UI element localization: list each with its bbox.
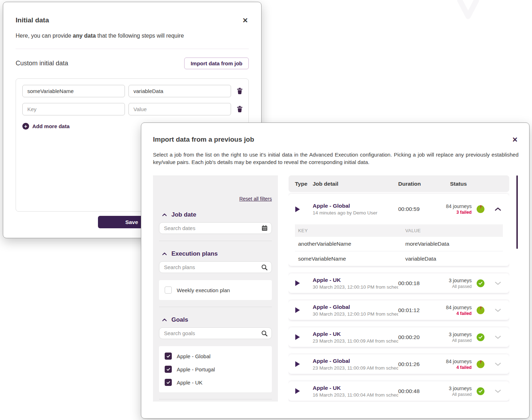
play-icon [295, 280, 313, 286]
job-duration: 00:01:26 [398, 361, 427, 367]
job-card[interactable]: Apple - UK 23 March 2023, 11:00:09 AM fr… [289, 327, 509, 347]
job-card[interactable]: Apple - UK 16 March 2023, 11:00:04 AM fr… [289, 381, 509, 401]
column-header-type: Type [295, 181, 313, 187]
play-icon [295, 361, 313, 367]
journeys-count: 3 journeys [427, 386, 472, 391]
key-field[interactable] [22, 103, 125, 115]
initial-modal-subtitle: Here, you can provide any data that the … [16, 33, 249, 39]
play-icon [295, 307, 313, 313]
column-header-status: Status [450, 181, 467, 187]
option-label: Weekly execution plan [177, 287, 230, 293]
chevron-down-icon[interactable] [494, 389, 501, 393]
check-icon [166, 368, 170, 371]
column-header-job-detail: Job detail [313, 181, 398, 187]
kv-key: someVariableName [298, 256, 405, 262]
job-meta: 30 March 2023, 12:00:10 PM from sched [313, 311, 398, 317]
job-meta: 16 March 2023, 11:00:04 AM from sched [313, 392, 398, 398]
import-modal-title: Import data from a previous job [153, 136, 254, 143]
chevron-up-icon[interactable] [494, 207, 501, 211]
import-data-from-job-button[interactable]: Import data from job [184, 58, 249, 69]
job-name: Apple - Global [313, 203, 398, 209]
filter-option: Apple - UK [165, 379, 266, 386]
result-badge: All passed [427, 338, 472, 343]
job-duration: 00:00:59 [398, 206, 427, 212]
filter-section-job-date[interactable]: Job date [162, 211, 272, 218]
pie-chart-icon [477, 306, 484, 314]
kv-key: anotherVariableName [298, 241, 405, 247]
initial-modal-header: Initial data ✕ [16, 2, 249, 24]
subtitle-prefix: Here, you can provide [16, 33, 73, 39]
import-modal-header: Import data from a previous job ✕ [153, 123, 519, 144]
check-circle-icon [477, 387, 484, 395]
chevron-up-icon [162, 252, 167, 255]
journeys-count: 3 journeys [427, 332, 472, 337]
chevron-up-icon [162, 213, 167, 216]
filter-section-label: Job date [171, 211, 196, 218]
divider [159, 241, 272, 241]
search-plans-input[interactable] [159, 261, 272, 273]
chevron-down-icon[interactable] [494, 309, 501, 312]
kv-row: anotherVariableName moreVariableData [295, 237, 503, 251]
data-row [22, 85, 243, 97]
chevron-down-icon[interactable] [494, 336, 501, 339]
search-dates-input[interactable] [159, 222, 272, 234]
result-badge: All passed [427, 392, 472, 397]
journeys-count: 84 journeys [427, 203, 472, 209]
close-icon[interactable]: ✕ [242, 16, 249, 24]
checkbox-checked[interactable] [165, 366, 172, 373]
job-meta: 23 March 2023, 11:00:09 AM from sched [313, 365, 398, 371]
checkbox-checked[interactable] [165, 379, 172, 386]
kv-value: variableData [405, 256, 436, 262]
watermark-logo-icon [457, 0, 479, 21]
result-badge: 4 failed [427, 365, 472, 370]
initial-data-table: KEY VALUE anotherVariableName moreVariab… [295, 224, 503, 266]
reset-all-filters-link[interactable]: Reset all filters [239, 196, 272, 202]
calendar-icon[interactable] [262, 225, 268, 231]
filter-section-execution-plans[interactable]: Execution plans [162, 250, 272, 257]
filter-section-goals[interactable]: Goals [162, 316, 272, 323]
data-row [22, 103, 243, 115]
job-card[interactable]: Apple - UK 30 March 2023, 12:00:10 PM fr… [289, 273, 509, 293]
key-field[interactable] [22, 85, 125, 97]
job-meta: 30 March 2023, 12:00:10 PM from sched [313, 284, 398, 290]
scrollbar-thumb[interactable] [516, 175, 518, 249]
option-label: Apple - UK [177, 380, 203, 386]
job-card[interactable]: Apple - Global 14 minutes ago by Demo Us… [289, 194, 509, 266]
delete-row-button[interactable] [237, 88, 243, 94]
close-icon[interactable]: ✕ [511, 136, 519, 144]
checkbox-checked[interactable] [165, 353, 172, 360]
checkbox-unchecked[interactable] [165, 287, 172, 294]
chevron-down-icon[interactable] [494, 282, 501, 285]
value-field[interactable] [128, 85, 231, 97]
divider [159, 399, 272, 399]
filter-section-label: Execution plans [171, 250, 218, 257]
subtitle-bold: any data [73, 33, 96, 39]
play-icon [295, 388, 313, 394]
job-card[interactable]: Apple - Global 23 March 2023, 11:00:09 A… [289, 354, 509, 374]
job-list: Type Job detail Duration Status Apple - … [289, 175, 509, 402]
journeys-count: 84 journeys [427, 305, 472, 310]
check-circle-icon [477, 279, 484, 287]
kv-row: someVariableName variableData [295, 251, 503, 266]
execution-plans-options: Weekly execution plan [159, 280, 272, 300]
plus-icon: + [22, 123, 29, 130]
job-name: Apple - UK [313, 331, 398, 337]
filter-option: Apple - Portugal [165, 366, 266, 373]
journeys-count: 84 journeys [427, 359, 472, 364]
kv-header-value: VALUE [405, 228, 421, 233]
play-icon [295, 334, 313, 340]
value-field[interactable] [128, 103, 231, 115]
goals-options: Apple - Global Apple - Portugal Apple - … [159, 346, 272, 392]
column-header-duration: Duration [398, 181, 450, 187]
add-more-data-button[interactable]: + Add more data [22, 123, 70, 130]
job-card[interactable]: Apple - Global 30 March 2023, 12:00:10 P… [289, 300, 509, 320]
search-icon [261, 264, 268, 271]
pie-chart-icon [477, 205, 484, 213]
search-goals-input[interactable] [159, 327, 272, 339]
filter-section-label: Goals [171, 316, 188, 323]
journeys-count: 3 journeys [427, 278, 472, 283]
chevron-down-icon[interactable] [494, 362, 501, 366]
delete-row-button[interactable] [237, 106, 243, 113]
pie-chart-icon [477, 360, 484, 368]
chevron-up-icon [162, 318, 167, 321]
